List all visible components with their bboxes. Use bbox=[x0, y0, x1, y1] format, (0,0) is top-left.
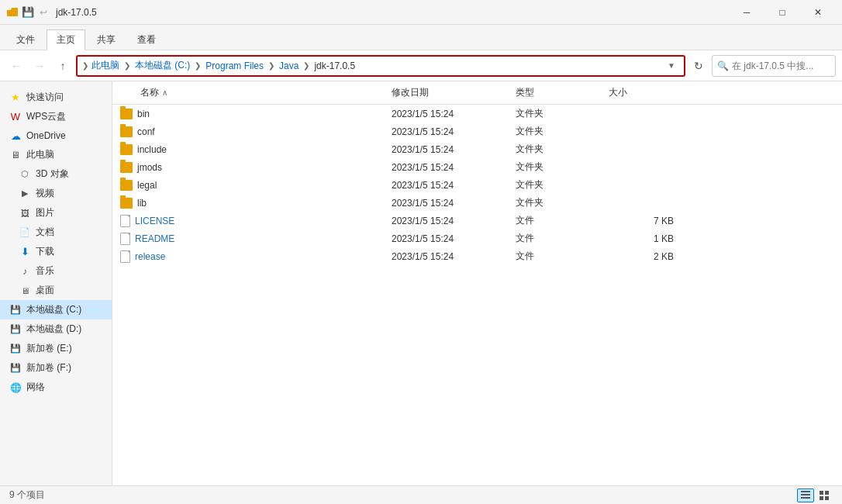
table-row[interactable]: README 2023/1/5 15:24 文件 1 KB bbox=[112, 230, 842, 247]
tab-home[interactable]: 主页 bbox=[47, 29, 85, 50]
sidebar-label-local-d: 本地磁盘 (D:) bbox=[26, 323, 81, 336]
sidebar-item-downloads[interactable]: ⬇ 下载 bbox=[0, 242, 112, 261]
file-date: 2023/1/5 15:24 bbox=[392, 251, 516, 262]
view-detail-button[interactable] bbox=[797, 488, 814, 502]
status-item-count: 9 个项目 bbox=[9, 488, 791, 502]
view-grid-button[interactable] bbox=[816, 488, 833, 502]
separator-1: ❯ bbox=[124, 61, 130, 70]
separator-3: ❯ bbox=[268, 61, 274, 70]
file-name-cell: LICENSE bbox=[112, 215, 392, 227]
search-bar[interactable]: 🔍 bbox=[712, 55, 836, 77]
sidebar-item-documents[interactable]: 📄 文档 bbox=[0, 223, 112, 242]
tab-view[interactable]: 查看 bbox=[127, 29, 166, 50]
tab-file[interactable]: 文件 bbox=[6, 29, 45, 50]
file-date: 2023/1/5 15:24 bbox=[392, 144, 516, 155]
sidebar-label-music: 音乐 bbox=[36, 264, 54, 278]
sidebar-item-desktop[interactable]: 🖥 桌面 bbox=[0, 281, 112, 300]
col-header-size[interactable]: 大小 bbox=[609, 86, 686, 99]
table-row[interactable]: include 2023/1/5 15:24 文件夹 bbox=[112, 140, 842, 158]
network-icon: 🌐 bbox=[9, 381, 22, 394]
file-size: 1 KB bbox=[609, 233, 686, 244]
local-d-icon: 💾 bbox=[9, 323, 22, 336]
table-row[interactable]: LICENSE 2023/1/5 15:24 文件 7 KB bbox=[112, 212, 842, 230]
file-type: 文件 bbox=[516, 232, 609, 245]
window-controls: ─ □ ✕ bbox=[729, 0, 836, 25]
pictures-icon: 🖼 bbox=[19, 207, 31, 219]
nav-bar: ← → ↑ ❯ 此电脑 ❯ 本地磁盘 (C:) ❯ Program Files … bbox=[0, 50, 842, 81]
table-row[interactable]: conf 2023/1/5 15:24 文件夹 bbox=[112, 123, 842, 140]
tab-share[interactable]: 共享 bbox=[87, 29, 126, 50]
table-row[interactable]: lib 2023/1/5 15:24 文件夹 bbox=[112, 194, 842, 212]
sidebar-label-wps: WPS云盘 bbox=[26, 110, 66, 123]
file-name-cell: release bbox=[112, 250, 392, 263]
sidebar-label-this-pc: 此电脑 bbox=[26, 148, 54, 161]
col-header-date[interactable]: 修改日期 bbox=[392, 86, 516, 99]
svg-rect-4 bbox=[825, 491, 829, 495]
videos-icon: ▶ bbox=[19, 188, 31, 200]
maximize-button[interactable]: □ bbox=[764, 0, 800, 25]
close-button[interactable]: ✕ bbox=[800, 0, 836, 25]
folder-icon bbox=[120, 180, 133, 191]
sidebar-item-this-pc[interactable]: 🖥 此电脑 bbox=[0, 145, 112, 164]
music-icon: ♪ bbox=[19, 265, 31, 278]
file-name-cell: legal bbox=[112, 180, 392, 191]
sidebar-item-onedrive[interactable]: ☁ OneDrive bbox=[0, 126, 112, 145]
forward-button[interactable]: → bbox=[29, 56, 50, 76]
sidebar-item-network[interactable]: 🌐 网络 bbox=[0, 378, 112, 397]
file-type: 文件夹 bbox=[516, 178, 609, 192]
status-bar: 9 个项目 bbox=[0, 485, 842, 504]
main-area: ★ 快速访问 W WPS云盘 ☁ OneDrive 🖥 此电脑 ⬡ bbox=[0, 81, 842, 485]
sidebar-item-music[interactable]: ♪ 音乐 bbox=[0, 261, 112, 281]
breadcrumb-local-c[interactable]: 本地磁盘 (C:) bbox=[135, 59, 190, 72]
file-icon bbox=[120, 233, 130, 245]
up-button[interactable]: ↑ bbox=[53, 56, 73, 76]
breadcrumb-this-pc[interactable]: 此电脑 bbox=[91, 59, 119, 72]
sidebar-item-3d[interactable]: ⬡ 3D 对象 bbox=[0, 164, 112, 184]
sidebar-label-3d: 3D 对象 bbox=[36, 167, 69, 181]
sidebar-item-new-f[interactable]: 💾 新加卷 (F:) bbox=[0, 358, 112, 378]
address-dropdown-button[interactable]: ▼ bbox=[664, 58, 679, 74]
documents-icon: 📄 bbox=[19, 226, 31, 239]
sidebar-item-local-d[interactable]: 💾 本地磁盘 (D:) bbox=[0, 319, 112, 339]
address-bar[interactable]: ❯ 此电脑 ❯ 本地磁盘 (C:) ❯ Program Files ❯ Java… bbox=[76, 55, 685, 77]
table-row[interactable]: legal 2023/1/5 15:24 文件夹 bbox=[112, 176, 842, 194]
file-type: 文件夹 bbox=[516, 196, 609, 209]
file-name: LICENSE bbox=[135, 216, 174, 226]
col-header-type[interactable]: 类型 bbox=[516, 86, 609, 99]
sidebar-item-wps[interactable]: W WPS云盘 bbox=[0, 107, 112, 126]
file-name-cell: conf bbox=[112, 126, 392, 137]
svg-rect-1 bbox=[801, 494, 810, 495]
sidebar-item-pictures[interactable]: 🖼 图片 bbox=[0, 203, 112, 223]
file-list-header: 名称 ∧ 修改日期 类型 大小 bbox=[112, 81, 842, 105]
file-name-cell: README bbox=[112, 233, 392, 245]
window-icon bbox=[6, 6, 19, 19]
this-pc-icon: 🖥 bbox=[9, 149, 22, 161]
sidebar-item-local-c[interactable]: 💾 本地磁盘 (C:) bbox=[0, 300, 112, 319]
refresh-button[interactable]: ↻ bbox=[688, 56, 709, 76]
search-input[interactable] bbox=[732, 60, 830, 71]
sidebar-item-new-e[interactable]: 💾 新加卷 (E:) bbox=[0, 339, 112, 358]
table-row[interactable]: bin 2023/1/5 15:24 文件夹 bbox=[112, 105, 842, 123]
minimize-button[interactable]: ─ bbox=[729, 0, 764, 25]
file-name: lib bbox=[137, 198, 147, 209]
file-date: 2023/1/5 15:24 bbox=[392, 233, 516, 244]
file-type: 文件 bbox=[516, 250, 609, 263]
file-date: 2023/1/5 15:24 bbox=[392, 180, 516, 191]
table-row[interactable]: release 2023/1/5 15:24 文件 2 KB bbox=[112, 247, 842, 265]
undo-icon: ↩ bbox=[37, 6, 50, 19]
new-e-icon: 💾 bbox=[9, 343, 22, 355]
3d-icon: ⬡ bbox=[19, 168, 31, 181]
sidebar-item-quick-access[interactable]: ★ 快速访问 bbox=[0, 88, 112, 107]
new-f-icon: 💾 bbox=[9, 362, 22, 375]
sidebar-item-videos[interactable]: ▶ 视频 bbox=[0, 184, 112, 203]
breadcrumb-java[interactable]: Java bbox=[279, 60, 298, 71]
file-icon bbox=[120, 215, 130, 227]
file-date: 2023/1/5 15:24 bbox=[392, 126, 516, 137]
ribbon-tabs: 文件 主页 共享 查看 bbox=[0, 25, 842, 50]
folder-icon bbox=[120, 198, 133, 209]
table-row[interactable]: jmods 2023/1/5 15:24 文件夹 bbox=[112, 158, 842, 176]
back-button[interactable]: ← bbox=[6, 56, 26, 76]
col-header-name[interactable]: 名称 ∧ bbox=[112, 86, 392, 99]
local-c-icon: 💾 bbox=[9, 304, 22, 316]
breadcrumb-program-files[interactable]: Program Files bbox=[205, 60, 264, 71]
